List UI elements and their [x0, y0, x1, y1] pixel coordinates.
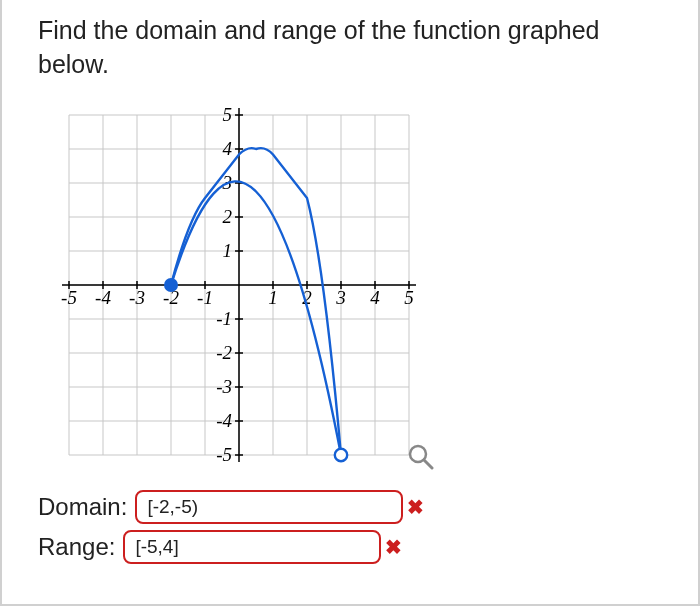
tick-x-1: 1 [268, 287, 278, 308]
tick-y--4: -4 [216, 410, 232, 431]
magnifier-icon[interactable] [410, 446, 432, 468]
tick-x--3: -3 [129, 287, 145, 308]
domain-row: Domain: ✖ [38, 490, 662, 524]
domain-label: Domain: [38, 493, 127, 521]
range-label: Range: [38, 533, 115, 561]
tick-x-3: 3 [335, 287, 346, 308]
tick-y-1: 1 [223, 240, 233, 261]
tick-y--5: -5 [216, 444, 232, 465]
tick-y-2: 2 [223, 206, 233, 227]
tick-y-5: 5 [223, 104, 233, 125]
svg-line-45 [424, 460, 432, 468]
closed-endpoint [164, 278, 178, 292]
tick-x--5: -5 [61, 287, 77, 308]
graph-svg: -5 -4 -3 -2 -1 1 2 3 4 5 5 4 3 2 1 -1 -2… [40, 100, 450, 470]
tick-x-5: 5 [404, 287, 414, 308]
tick-y-4: 4 [223, 138, 233, 159]
tick-x--4: -4 [95, 287, 111, 308]
wrong-icon: ✖ [385, 535, 402, 559]
tick-x-4: 4 [370, 287, 380, 308]
tick-y--3: -3 [216, 376, 232, 397]
tick-y--2: -2 [216, 342, 232, 363]
wrong-icon: ✖ [407, 495, 424, 519]
range-input[interactable] [123, 530, 381, 564]
tick-x--1: -1 [197, 287, 213, 308]
function-curve-exact [171, 181, 341, 455]
chart: -5 -4 -3 -2 -1 1 2 3 4 5 5 4 3 2 1 -1 -2… [40, 100, 662, 470]
domain-input[interactable] [135, 490, 403, 524]
tick-y--1: -1 [216, 308, 232, 329]
question-text: Find the domain and range of the functio… [38, 14, 662, 82]
range-row: Range: ✖ [38, 530, 662, 564]
open-endpoint [335, 448, 347, 460]
